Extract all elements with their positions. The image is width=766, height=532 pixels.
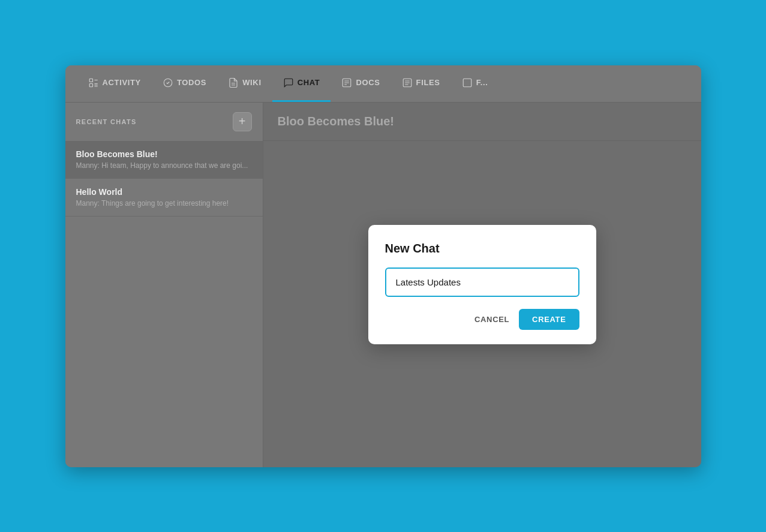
chat-item-bloo-title: Bloo Becomes Blue! [76, 149, 252, 159]
modal-title: New Chat [385, 242, 579, 256]
nav-bar: ACTIVITY TODOS WIKI CHAT [65, 65, 701, 103]
chat-item-hello[interactable]: Hello World Manny: Things are going to g… [65, 179, 263, 217]
todos-icon [163, 77, 173, 88]
tab-docs[interactable]: DOCS [331, 65, 390, 102]
tab-docs-label: DOCS [356, 78, 380, 87]
more-icon [462, 77, 473, 88]
tab-todos[interactable]: TODOS [152, 65, 217, 102]
activity-icon [88, 77, 99, 88]
modal-actions: CANCEL CREATE [385, 309, 579, 330]
tab-activity-label: ACTIVITY [103, 78, 141, 87]
cancel-button[interactable]: CANCEL [474, 315, 509, 324]
create-button[interactable]: CREATE [519, 309, 579, 330]
chat-item-hello-title: Hello World [76, 187, 252, 197]
svg-rect-17 [463, 79, 471, 87]
main-content: RECENT CHATS + Bloo Becomes Blue! Manny:… [65, 103, 701, 467]
chat-area: Bloo Becomes Blue! New Chat CANCEL CREAT… [263, 103, 701, 467]
chat-icon [283, 77, 294, 88]
app-window: ACTIVITY TODOS WIKI CHAT [65, 65, 701, 467]
chat-item-bloo-preview: Manny: Hi team, Happy to announce that w… [76, 161, 252, 170]
recent-chats-label: RECENT CHATS [76, 118, 137, 125]
add-chat-button[interactable]: + [233, 112, 252, 131]
chat-item-bloo[interactable]: Bloo Becomes Blue! Manny: Hi team, Happy… [65, 141, 263, 179]
tab-wiki[interactable]: WIKI [217, 65, 272, 102]
modal-overlay: New Chat CANCEL CREATE [263, 103, 701, 467]
tab-files-label: FILES [416, 78, 440, 87]
tab-more[interactable]: F... [451, 65, 499, 102]
chat-list: Bloo Becomes Blue! Manny: Hi team, Happy… [65, 141, 263, 217]
tab-chat-label: CHAT [298, 78, 320, 87]
wiki-icon [228, 77, 239, 88]
new-chat-input[interactable] [385, 267, 579, 297]
new-chat-modal: New Chat CANCEL CREATE [368, 225, 596, 344]
plus-icon: + [239, 115, 246, 128]
tab-todos-label: TODOS [177, 78, 206, 87]
tab-activity[interactable]: ACTIVITY [77, 65, 152, 102]
chat-item-hello-preview: Manny: Things are going to get interesti… [76, 199, 252, 208]
tab-more-label: F... [476, 78, 488, 87]
files-icon [402, 77, 413, 88]
tab-wiki-label: WIKI [242, 78, 261, 87]
docs-icon [341, 77, 352, 88]
svg-rect-0 [89, 79, 92, 82]
sidebar: RECENT CHATS + Bloo Becomes Blue! Manny:… [65, 103, 263, 467]
svg-rect-1 [89, 83, 92, 86]
sidebar-header: RECENT CHATS + [65, 103, 263, 141]
tab-chat[interactable]: CHAT [272, 65, 331, 102]
tab-files[interactable]: FILES [391, 65, 451, 102]
